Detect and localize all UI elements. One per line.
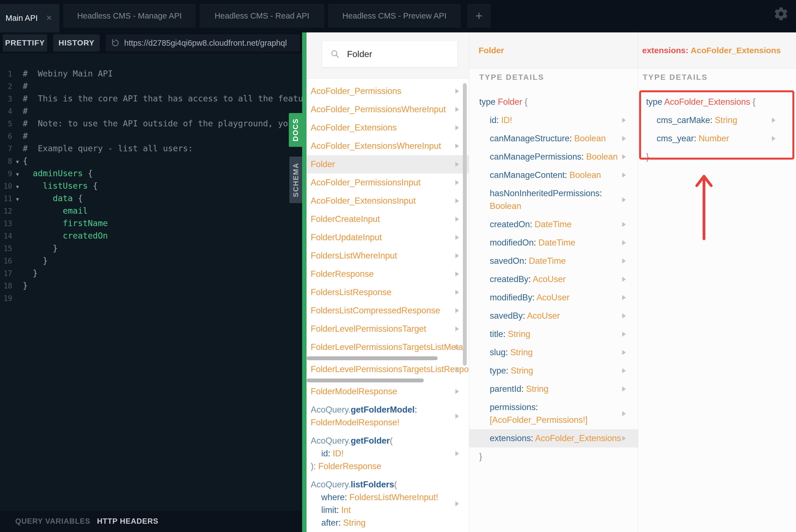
code-token [23, 206, 63, 215]
field-row-cms-year[interactable]: cms_year: Number [638, 129, 796, 148]
code-line: 3 # This is the core API that has access… [0, 92, 302, 105]
query-token: ID! [333, 449, 344, 458]
field-name: id [490, 115, 496, 125]
field-row-canmanagecontent[interactable]: canManageContent: Boolean [469, 166, 638, 184]
docs-list-item-acofolder-permissions[interactable]: AcoFolder_Permissions [306, 82, 469, 100]
endpoint-url-bar[interactable]: https://d2785gi4qi6pw8.cloudfront.net/gr… [106, 34, 300, 52]
fold-gutter [12, 106, 23, 118]
search-input[interactable] [346, 49, 447, 60]
docs-list-item-foldermodelresponse[interactable]: FolderModelResponse [306, 382, 469, 401]
line-number: 19 [0, 292, 12, 305]
field-row-modifiedby[interactable]: modifiedBy: AcoUser [469, 288, 638, 307]
docs-list-item-folderlevelpermissionstargetslistmeta[interactable]: FolderLevelPermissionsTargetsListMeta [306, 338, 469, 356]
chevron-right-icon [772, 118, 776, 123]
query-token: AcoQuery. [311, 405, 350, 415]
field-type: DateTime [538, 238, 575, 247]
query-token: FoldersListWhereInput! [349, 492, 438, 502]
field-row-slug[interactable]: slug: String [469, 343, 638, 362]
docs-item-label: AcoFolder_ExtensionsInput [311, 196, 416, 206]
code-token: firstName [63, 218, 108, 228]
query-editor[interactable]: 1 # Webiny Main API2 #3 # This is the co… [0, 54, 302, 511]
docs-list-item-folderlevelpermissionstargetslistrespo[interactable]: FolderLevelPermissionsTargetsListRespo [306, 360, 469, 379]
docs-list-item-acofolder-extensionswhereinput[interactable]: AcoFolder_ExtensionsWhereInput [306, 137, 469, 155]
docs-item-label: FolderResponse [311, 269, 374, 279]
history-button[interactable]: HISTORY [53, 34, 100, 52]
docs-item-label: AcoFolder_PermissionsInput [311, 177, 420, 187]
field-row-createdby[interactable]: createdBy: AcoUser [469, 270, 638, 288]
docs-search-box[interactable] [322, 41, 457, 67]
docs-list-item-folderslistresponse[interactable]: FoldersListResponse [306, 283, 469, 302]
field-row-canmanagestructure[interactable]: canManageStructure: Boolean [469, 129, 638, 148]
query-line: where: FoldersListWhereInput! [311, 491, 463, 504]
docs-list-item-acofolder-extensions[interactable]: AcoFolder_Extensions [306, 119, 469, 137]
code-token: # Example query - list all users: [23, 144, 193, 153]
chevron-right-icon [455, 271, 459, 277]
docs-list-item-folderslistwhereinput[interactable]: FoldersListWhereInput [306, 247, 469, 265]
chevron-right-icon [622, 240, 626, 245]
docs-list-item-acofolder-extensionsinput[interactable]: AcoFolder_ExtensionsInput [306, 192, 469, 210]
query-token: : [338, 518, 343, 528]
tab-headless-cms-read-api[interactable]: Headless CMS - Read API [200, 4, 324, 28]
code-token: # [23, 81, 28, 91]
fold-arrow-icon[interactable]: ▾ [12, 156, 23, 168]
schema-side-tab[interactable]: SCHEMA [289, 156, 302, 203]
fold-arrow-icon[interactable]: ▾ [12, 180, 23, 193]
field-row-cms-carmake[interactable]: cms_carMake: String [638, 111, 796, 129]
horizontal-scrollbar[interactable] [306, 379, 424, 382]
panel-divider[interactable] [302, 33, 306, 532]
http-headers-tab[interactable]: HTTP HEADERS [97, 517, 158, 526]
field-colon: : [694, 134, 696, 143]
docs-list-item-folderslistcompressedresponse[interactable]: FoldersListCompressedResponse [306, 302, 469, 320]
tab-headless-cms-manage-api[interactable]: Headless CMS - Manage API [63, 4, 196, 28]
field-row-id[interactable]: id: ID! [469, 111, 638, 129]
tab-main-api[interactable]: Main API✕ [0, 4, 59, 33]
close-icon[interactable]: ✕ [46, 14, 52, 22]
field-type: String [511, 366, 533, 376]
field-row-extensions[interactable]: extensions: AcoFolder_Extensions [469, 429, 638, 448]
field-row-savedon[interactable]: savedOn: DateTime [469, 252, 638, 270]
tab-headless-cms-preview-api[interactable]: Headless CMS - Preview API [328, 4, 461, 28]
docs-list-item-query[interactable]: AcoQuery.getFolderModel:FolderModelRespo… [306, 401, 469, 432]
docs-list-item-acofolder-permissionsinput[interactable]: AcoFolder_PermissionsInput [306, 173, 469, 192]
docs-side-tab[interactable]: DOCS [289, 113, 302, 147]
query-line: limit: Int [311, 504, 463, 516]
prettify-button[interactable]: PRETTIFY [3, 34, 47, 52]
query-token: where [321, 492, 344, 502]
docs-list-item-folderupdateinput[interactable]: FolderUpdateInput [306, 228, 469, 247]
docs-list-item-folder[interactable]: Folder [306, 155, 469, 173]
settings-gear-icon[interactable] [773, 6, 789, 22]
field-name: canManagePermissions [490, 152, 582, 162]
vertical-scrollbar[interactable] [463, 83, 467, 366]
docs-list-item-folderlevelpermissionstarget[interactable]: FolderLevelPermissionsTarget [306, 320, 469, 338]
field-row-canmanagepermissions[interactable]: canManagePermissions: Boolean [469, 148, 638, 166]
docs-list-item-query[interactable]: AcoQuery.getFolder(id: ID!): FolderRespo… [306, 432, 469, 475]
add-tab-button[interactable]: + [467, 4, 491, 28]
line-number: 3 [0, 93, 12, 105]
field-row-type[interactable]: type: String [469, 362, 638, 380]
docs-list-item-foldercreateinput[interactable]: FolderCreateInput [306, 210, 469, 228]
field-row-savedby[interactable]: savedBy: AcoUser [469, 307, 638, 325]
code-line: 14 createdOn [0, 229, 302, 242]
line-number: 6 [0, 130, 12, 143]
code-token: { [88, 181, 98, 191]
docs-list-item-folderresponse[interactable]: FolderResponse [306, 265, 469, 283]
field-row-parentid[interactable]: parentId: String [469, 380, 638, 398]
field-row-hasnoninheritedpermissions[interactable]: hasNonInheritedPermissions: Boolean [469, 184, 638, 215]
docs-list-item-query[interactable]: AcoQuery.listFolders(where: FoldersListW… [306, 475, 469, 532]
fold-arrow-icon[interactable]: ▾ [12, 193, 23, 206]
query-variables-tab[interactable]: QUERY VARIABLES [15, 517, 90, 526]
fold-arrow-icon[interactable]: ▾ [12, 168, 23, 180]
fold-gutter [12, 218, 23, 230]
type-panel-header: Folder [469, 33, 638, 69]
endpoint-url: https://d2785gi4qi6pw8.cloudfront.net/gr… [124, 39, 287, 48]
chevron-right-icon [622, 118, 626, 123]
field-row-modifiedon[interactable]: modifiedOn: DateTime [469, 233, 638, 252]
horizontal-scrollbar[interactable] [306, 356, 438, 360]
docs-list-item-acofolder-permissionswhereinput[interactable]: AcoFolder_PermissionsWhereInput [306, 100, 469, 119]
field-row-title[interactable]: title: String [469, 325, 638, 343]
extensions-panel-header: extensions: AcoFolder_Extensions [638, 33, 796, 69]
field-row-permissions[interactable]: permissions: [AcoFolder_Permissions!] [469, 398, 638, 429]
field-row-createdon[interactable]: createdOn: DateTime [469, 215, 638, 233]
docs-item-label: Folder [311, 159, 335, 169]
line-number: 8 [0, 155, 12, 168]
